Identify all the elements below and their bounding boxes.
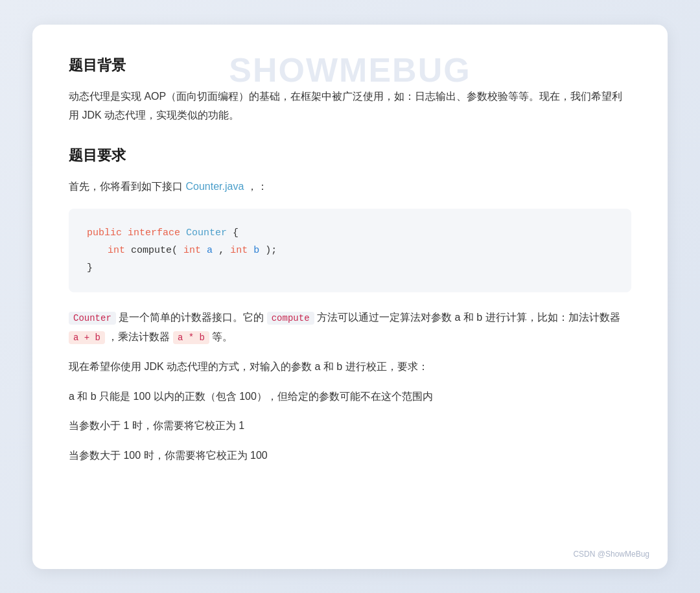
rule1: a 和 b 只能是 100 以内的正数（包含 100），但给定的参数可能不在这个… — [69, 387, 631, 406]
intro-text: 首先，你将看到如下接口 — [69, 181, 183, 192]
code-line2-end: ); — [265, 245, 277, 256]
code-line-2: int compute( int a , int b ); — [87, 242, 613, 259]
code-line-3: } — [87, 259, 613, 277]
section2-title: 题目要求 — [69, 146, 631, 165]
code-type1: int — [108, 245, 125, 256]
desc1-text2: 方法可以通过一定算法对参数 a 和 b 进行计算，比如：加法计数器 — [317, 312, 620, 323]
expr-a-times-b: a * b — [173, 331, 209, 344]
counter-java-link[interactable]: Counter.java — [185, 181, 244, 192]
desc1-text4: 等。 — [212, 331, 233, 342]
expr-a-plus-b: a + b — [69, 331, 105, 344]
code-block: public interface Counter { int compute( … — [69, 209, 631, 292]
code-close-brace: } — [87, 262, 93, 273]
section1-para1: 动态代理是实现 AOP（面向切面编程）的基础，在框架中被广泛使用，如：日志输出、… — [69, 87, 631, 125]
desc1-text3: ，乘法计数器 — [108, 331, 172, 342]
code-kw-public: public — [87, 227, 122, 238]
section2-desc1: Counter 是一个简单的计数器接口。它的 compute 方法可以通过一定算… — [69, 308, 631, 347]
counter-inline-code: Counter — [69, 312, 116, 325]
desc1-text1: 是一个简单的计数器接口。它的 — [119, 312, 266, 323]
code-type3: int — [230, 245, 248, 256]
code-param1: a — [207, 245, 213, 256]
code-method: compute( — [131, 245, 178, 256]
main-card: SHOWMEBUG 题目背景 动态代理是实现 AOP（面向切面编程）的基础，在框… — [32, 25, 668, 569]
code-kw-interface: interface — [128, 227, 180, 238]
code-classname: Counter — [186, 227, 227, 238]
code-type2: int — [183, 245, 201, 256]
section2-desc2: 现在希望你使用 JDK 动态代理的方式，对输入的参数 a 和 b 进行校正，要求… — [69, 357, 631, 377]
rule3: 当参数大于 100 时，你需要将它校正为 100 — [69, 446, 631, 465]
footer: CSDN @ShowMeBug — [573, 550, 649, 559]
code-line-1: public interface Counter { — [87, 224, 613, 242]
code-param2: b — [253, 245, 259, 256]
compute-inline-code: compute — [267, 312, 314, 325]
section2-intro: 首先，你将看到如下接口 Counter.java ，： — [69, 177, 631, 196]
intro-suffix: ，： — [247, 181, 268, 192]
rule2: 当参数小于 1 时，你需要将它校正为 1 — [69, 416, 631, 436]
watermark: SHOWMEBUG — [229, 51, 471, 89]
code-open-brace: { — [233, 227, 239, 238]
code-comma: , — [218, 245, 224, 256]
